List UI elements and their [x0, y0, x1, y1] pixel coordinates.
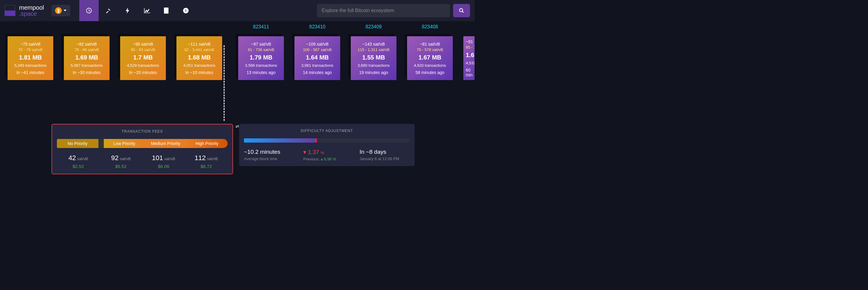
block-height[interactable]: 823409 [351, 24, 397, 30]
logo[interactable]: mempool.space [4, 4, 44, 16]
block-height[interactable]: 823408 [407, 24, 453, 30]
nav-mining[interactable] [99, 0, 118, 21]
block-height[interactable]: 823410 [294, 24, 340, 30]
block-tx-count: 3,680 transactions [358, 63, 390, 68]
block-time: 14 minutes ago [303, 70, 332, 75]
block-median-fee: ~82 sat/vB [76, 42, 97, 46]
next-adjustment: In ~8 days January 6 at 12:06 PM [353, 149, 410, 161]
block-size: 1.81 MB [19, 54, 42, 61]
difficulty-progress-bar [244, 138, 410, 143]
block-tx-count: 5,067 transactions [70, 63, 102, 68]
difficulty-change: ▾ 1.37 % Previous: ▴ 6.98 % [294, 149, 353, 161]
block-median-fee: ~111 sat/vB [188, 42, 210, 46]
block-median-fee: ~81 sat/vB [420, 42, 440, 46]
block-tx-count: 3,981 transactions [301, 63, 333, 68]
info-icon: i [183, 7, 189, 13]
block-eta: In ~30 minutes [73, 70, 100, 75]
block-size: 1.7 MB [133, 54, 153, 61]
block-size: 1.79 MB [250, 54, 273, 61]
logo-icon [4, 5, 16, 16]
block-tx-count: 4,532 [466, 61, 474, 65]
block-fee-range: 70 - 79 sat/vB [18, 47, 42, 52]
difficulty-adjustment-card: Difficulty Adjustment ~10.2 minutes Aver… [239, 124, 415, 166]
block-median-fee: ~97 sat/vB [251, 42, 271, 46]
chevron-down-icon [64, 10, 67, 11]
block-tx-count: 3,566 transactions [245, 63, 277, 68]
block-fee-range: 85 - 74 [466, 45, 474, 49]
block-median-fee: ~75 sat/vB [20, 42, 40, 46]
block-fee-range: 115 - 1,311 sat/vB [358, 47, 390, 52]
card-title: Transaction Fees [57, 129, 227, 134]
search-icon [459, 8, 464, 13]
hammer-icon [105, 7, 112, 13]
lightning-icon [125, 7, 130, 13]
fee-header-medium-priority: Medium Priority [145, 139, 186, 148]
nav-about[interactable]: i [176, 0, 195, 21]
block-size: 1.55 MB [362, 54, 385, 61]
block-eta: In ~20 minutes [129, 70, 157, 75]
block-fee-range: 92 - 3,441 sat/vB [184, 47, 214, 52]
block-height[interactable]: 823411 [238, 24, 284, 30]
mempool-block[interactable]: ~82 sat/vB 79 - 86 sat/vB 1.69 MB 5,067 … [64, 36, 110, 80]
fee-priority-bar: No Priority Low Priority Medium Priority… [57, 139, 227, 148]
fee-header-no-priority: No Priority [57, 139, 98, 148]
block-tx-count: 4,529 transactions [127, 63, 159, 68]
nav-graphs[interactable] [137, 0, 157, 21]
block-size: 1.69 MB [75, 54, 98, 61]
search-input[interactable] [317, 4, 450, 17]
block-median-fee: ~90 sat/vB [133, 42, 153, 46]
fee-header-high-priority: High Priority [186, 139, 228, 148]
fee-header-low-priority: Low Priority [104, 139, 145, 148]
block-time: 60 min [466, 68, 474, 77]
block-tx-count: 4,920 transactions [414, 63, 446, 68]
block-median-fee: ~143 sat/vB [362, 42, 385, 46]
mined-block[interactable]: 8234 ~91 85 - 74 1.6 4,532 60 min [463, 36, 474, 80]
nav-lightning[interactable] [118, 0, 137, 21]
bitcoin-icon: ₿ [55, 7, 62, 14]
block-size: 1.6 [466, 52, 474, 59]
block-eta: In ~10 minutes [185, 70, 213, 75]
mempool-block[interactable]: ~90 sat/vB 85 - 93 sat/vB 1.7 MB 4,529 t… [120, 36, 166, 80]
network-dropdown[interactable]: ₿ [52, 5, 70, 16]
block-tx-count: 4,051 transactions [183, 63, 215, 68]
fee-value-medium-priority: 101sat/vB $6.06 [142, 154, 185, 169]
block-time: 58 minutes ago [415, 70, 444, 75]
mined-block[interactable]: 823411 ~97 sat/vB 91 - 736 sat/vB 1.79 M… [238, 36, 284, 80]
chart-icon [144, 8, 150, 13]
avg-block-time: ~10.2 minutes Average block time [244, 149, 294, 161]
mined-block[interactable]: 823409 ~143 sat/vB 115 - 1,311 sat/vB 1.… [351, 36, 397, 80]
svg-point-2 [459, 8, 463, 12]
mined-block[interactable]: 823408 ~81 sat/vB 75 - 578 sat/vB 1.67 M… [407, 36, 453, 80]
fee-header-separator [98, 139, 104, 148]
block-fee-range: 85 - 93 sat/vB [131, 47, 155, 52]
block-size: 1.68 MB [188, 54, 211, 61]
mined-block[interactable]: 823410 ~109 sat/vB 100 - 567 sat/vB 1.64… [294, 36, 340, 80]
search-button[interactable] [453, 4, 470, 17]
block-time: 13 minutes ago [247, 70, 276, 75]
blocks-divider [224, 45, 224, 121]
dashboard-icon [86, 7, 92, 14]
block-fee-range: 91 - 736 sat/vB [248, 47, 274, 52]
block-time: 19 minutes ago [359, 70, 388, 75]
book-icon [164, 7, 169, 13]
nav-docs[interactable] [157, 0, 176, 21]
fee-value-no-priority: 42sat/vB $2.52 [57, 154, 100, 169]
block-tx-count: 5,345 transactions [14, 63, 46, 68]
swap-icon[interactable]: ⇄ [236, 124, 239, 129]
logo-text: mempool.space [19, 4, 44, 16]
mempool-block[interactable]: ~75 sat/vB 70 - 79 sat/vB 1.81 MB 5,345 … [7, 36, 53, 80]
block-fee-range: 79 - 86 sat/vB [74, 47, 99, 52]
card-title: Difficulty Adjustment [244, 129, 410, 133]
transaction-fees-card: Transaction Fees No Priority Low Priorit… [52, 124, 233, 174]
block-median-fee: ~109 sat/vB [306, 42, 329, 46]
svg-text:i: i [185, 8, 186, 13]
mempool-block[interactable]: ~111 sat/vB 92 - 3,441 sat/vB 1.68 MB 4,… [177, 36, 222, 80]
fee-value-high-priority: 112sat/vB $6.72 [185, 154, 227, 169]
block-size: 1.64 MB [306, 54, 329, 61]
block-fee-range: 75 - 578 sat/vB [417, 47, 443, 52]
block-fee-range: 100 - 567 sat/vB [303, 47, 332, 52]
nav-dashboard[interactable] [79, 0, 99, 21]
block-eta: In ~41 minutes [17, 70, 44, 75]
block-size: 1.67 MB [418, 54, 441, 61]
block-median-fee: ~91 [466, 39, 473, 44]
